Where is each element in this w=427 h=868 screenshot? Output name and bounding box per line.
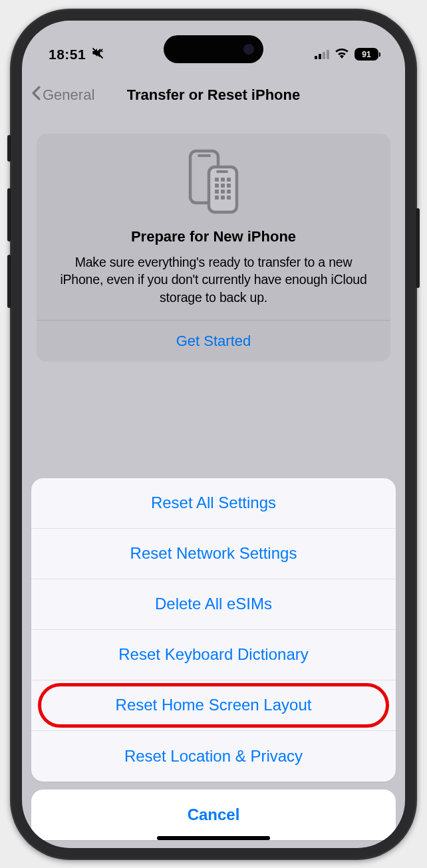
action-sheet-item[interactable]: Delete All eSIMs (31, 579, 396, 630)
silence-switch (7, 135, 11, 162)
action-sheet-item[interactable]: Reset Keyboard Dictionary (31, 630, 396, 680)
action-sheet-item-label: Reset Keyboard Dictionary (118, 645, 308, 664)
phone-frame: 18:51 91 General (10, 9, 417, 860)
action-sheet-item[interactable]: Reset Network Settings (31, 529, 396, 579)
cancel-button[interactable]: Cancel (31, 790, 396, 840)
power-button (416, 208, 420, 288)
action-sheet-item-label: Reset All Settings (151, 494, 276, 512)
action-sheet-item[interactable]: Reset Home Screen Layout (31, 680, 396, 731)
action-sheet-options: Reset All SettingsReset Network Settings… (31, 478, 396, 782)
action-sheet-item[interactable]: Reset All Settings (31, 478, 396, 529)
volume-down-button (7, 255, 11, 308)
action-sheet-item-label: Delete All eSIMs (155, 595, 272, 613)
action-sheet-item-label: Reset Home Screen Layout (116, 696, 312, 714)
home-indicator[interactable] (157, 836, 270, 840)
screen: 18:51 91 General (22, 21, 405, 848)
action-sheet-item-label: Reset Location & Privacy (124, 747, 303, 766)
action-sheet-item-label: Reset Network Settings (130, 544, 297, 563)
volume-up-button (7, 188, 11, 241)
action-sheet-item[interactable]: Reset Location & Privacy (31, 731, 396, 782)
action-sheet: Reset All SettingsReset Network Settings… (31, 478, 396, 840)
